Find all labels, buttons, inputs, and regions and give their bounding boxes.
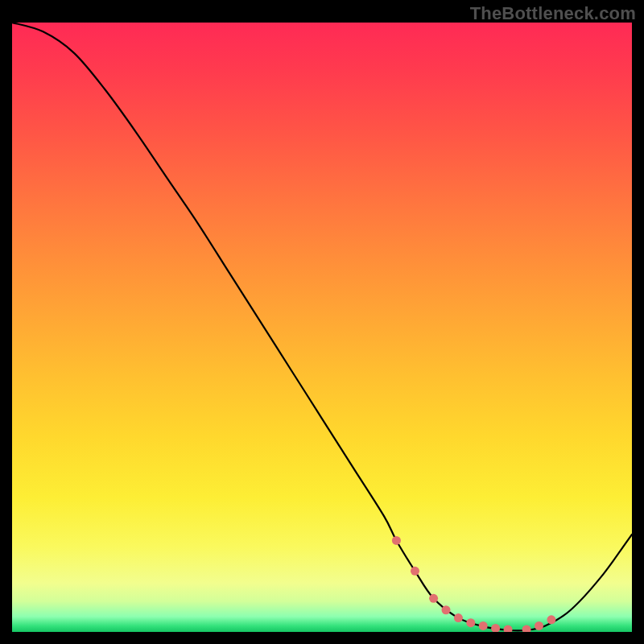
sweet-spot-dot <box>429 594 438 603</box>
curve-overlay <box>12 23 632 632</box>
sweet-spot-dot <box>479 621 488 630</box>
bottleneck-curve <box>12 23 632 630</box>
sweet-spot-dot <box>504 625 513 632</box>
plot-area <box>12 23 632 632</box>
sweet-spot-dot <box>454 613 463 622</box>
sweet-spot-dot <box>535 621 543 630</box>
sweet-spot-dot <box>466 618 475 627</box>
watermark-text: TheBottleneck.com <box>470 3 636 24</box>
sweet-spot-dot <box>491 624 500 632</box>
sweet-spot-dot <box>522 625 531 632</box>
chart-stage: TheBottleneck.com <box>0 0 644 644</box>
sweet-spot-markers <box>392 536 556 632</box>
sweet-spot-dot <box>411 567 419 576</box>
sweet-spot-dot <box>442 605 451 614</box>
sweet-spot-dot <box>392 536 401 545</box>
sweet-spot-dot <box>547 615 555 624</box>
